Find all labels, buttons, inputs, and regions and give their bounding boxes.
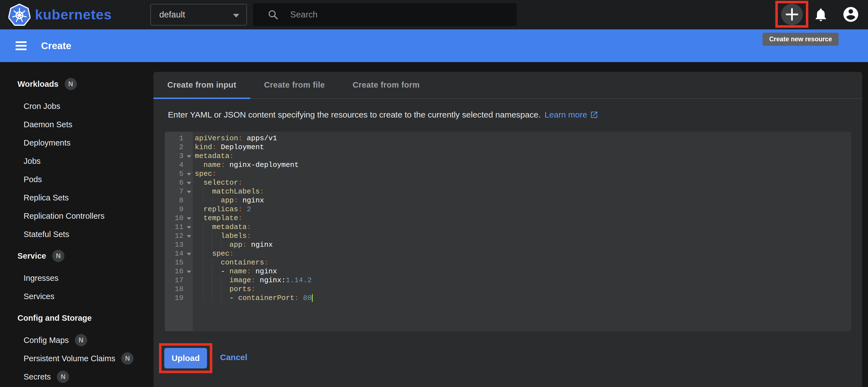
code-token: apps/v1 xyxy=(243,134,277,142)
indent-guide xyxy=(195,258,204,267)
code-text: ports: xyxy=(193,285,255,293)
code-token: : xyxy=(247,232,251,240)
code-token: metadata xyxy=(195,152,229,160)
search-box[interactable] xyxy=(253,3,517,26)
search-icon xyxy=(268,9,279,20)
sidebar-item-daemon-sets[interactable]: Daemon Sets xyxy=(0,115,153,134)
cancel-button[interactable]: Cancel xyxy=(220,353,247,362)
sidebar-item-pods[interactable]: Pods xyxy=(0,170,153,188)
indent-guide xyxy=(204,196,212,205)
create-resource-button[interactable] xyxy=(781,4,803,25)
code-token: image xyxy=(229,276,251,284)
fold-arrow-icon[interactable] xyxy=(187,253,191,255)
line-number: 1 xyxy=(179,134,193,142)
fold-arrow-icon[interactable] xyxy=(187,173,191,175)
user-menu-button[interactable] xyxy=(842,5,860,24)
upload-button[interactable]: Upload xyxy=(164,348,207,368)
fold-arrow-icon[interactable] xyxy=(187,235,191,238)
menu-button[interactable] xyxy=(16,41,27,50)
code-token: : xyxy=(234,196,238,205)
sidebar-section-service[interactable]: ServiceN xyxy=(0,247,153,265)
annotation-box-upload: Upload xyxy=(159,343,212,373)
code-line: 1apiVersion: apps/v1 xyxy=(165,134,851,143)
code-token: name xyxy=(229,267,247,276)
code-token: kind xyxy=(195,143,212,151)
line-number-cell: 17 xyxy=(165,276,193,284)
fold-arrow-icon[interactable] xyxy=(187,217,191,220)
indent-guide xyxy=(195,249,204,258)
indent-guide xyxy=(221,285,229,293)
sidebar-item-deployments[interactable]: Deployments xyxy=(0,134,153,152)
line-number: 15 xyxy=(175,258,193,267)
fold-arrow-icon[interactable] xyxy=(187,226,191,229)
code-text: labels: xyxy=(193,232,251,240)
line-number-cell: 3 xyxy=(165,152,193,160)
sidebar-item-cron-jobs[interactable]: Cron Jobs xyxy=(0,97,153,115)
brand-wordmark[interactable]: kubernetes xyxy=(35,7,112,23)
namespace-select[interactable]: default xyxy=(150,4,247,26)
fold-arrow-icon[interactable] xyxy=(187,191,191,193)
notifications-button[interactable] xyxy=(813,7,829,24)
sidebar-item-config-maps[interactable]: Config MapsN xyxy=(0,331,153,349)
fold-arrow-icon[interactable] xyxy=(187,182,191,184)
sidebar-section-config-and-storage[interactable]: Config and Storage xyxy=(0,309,153,327)
code-line: 4name: nginx-deployment xyxy=(165,161,851,169)
code-token: selector xyxy=(204,179,238,187)
sidebar-item-jobs[interactable]: Jobs xyxy=(0,152,153,170)
sidebar-item-replication-controllers[interactable]: Replication Controllers xyxy=(0,207,153,225)
sidebar-item-ingresses[interactable]: Ingresses xyxy=(0,269,153,287)
indent-guide xyxy=(204,222,212,232)
indent-guide xyxy=(204,240,212,249)
fold-arrow-icon[interactable] xyxy=(187,271,191,273)
search-input[interactable] xyxy=(290,10,512,20)
indent-guide xyxy=(204,232,212,240)
code-text: template: xyxy=(193,214,243,222)
yaml-editor[interactable]: 1apiVersion: apps/v12kind: Deployment3me… xyxy=(165,132,851,331)
sidebar-item-label: Jobs xyxy=(24,156,40,166)
sidebar-item-label: Persistent Volume Claims xyxy=(24,354,115,363)
code-line: 2kind: Deployment xyxy=(165,143,851,152)
indent-guide xyxy=(195,161,204,169)
sidebar-item-label: Stateful Sets xyxy=(24,230,69,239)
sidebar-item-replica-sets[interactable]: Replica Sets xyxy=(0,188,153,207)
tab-create-from-file[interactable]: Create from file xyxy=(250,72,339,98)
indent-guide xyxy=(212,293,221,303)
code-token: : xyxy=(238,179,243,187)
code-token: apiVersion xyxy=(195,134,238,142)
namespace-scope-badge: N xyxy=(57,371,69,383)
code-text: app: nginx xyxy=(193,240,273,249)
code-token: Deployment xyxy=(216,143,264,151)
sidebar-item-label: Ingresses xyxy=(24,274,59,283)
code-text: apiVersion: apps/v1 xyxy=(193,134,277,143)
namespace-scope-badge: N xyxy=(65,78,77,90)
line-number: 19 xyxy=(175,294,193,302)
sidebar-section-workloads[interactable]: WorkloadsN xyxy=(0,75,153,93)
avatar-icon xyxy=(842,5,860,23)
indent-guide xyxy=(221,240,229,249)
line-number-cell: 7 xyxy=(165,187,193,196)
sidebar-item-stateful-sets[interactable]: Stateful Sets xyxy=(0,225,153,243)
line-number-cell: 16 xyxy=(165,267,193,276)
fold-arrow-icon[interactable] xyxy=(187,155,191,158)
tab-create-from-input[interactable]: Create from input xyxy=(153,72,250,98)
sidebar-item-label: Pods xyxy=(24,175,42,184)
indent-guide xyxy=(195,267,204,276)
code-token: 1.14.2 xyxy=(286,276,312,284)
code-line: 7matchLabels: xyxy=(165,187,851,196)
line-number-cell: 15 xyxy=(165,258,193,267)
code-line: 16- name: nginx xyxy=(165,267,851,276)
kubernetes-logo-icon[interactable] xyxy=(8,4,31,26)
code-token: : xyxy=(264,258,269,267)
code-line: 13app: nginx xyxy=(165,240,851,249)
learn-more-link[interactable]: Learn more xyxy=(545,110,598,119)
sidebar-item-secrets[interactable]: SecretsN xyxy=(0,367,153,386)
code-token: 80 xyxy=(303,294,312,302)
indent-guide xyxy=(195,285,204,293)
sidebar-item-services[interactable]: Services xyxy=(0,287,153,306)
indent-guide xyxy=(195,178,204,187)
code-text: spec: xyxy=(193,169,216,178)
sidebar-item-persistent-volume-claims[interactable]: Persistent Volume ClaimsN xyxy=(0,349,153,367)
tab-create-from-form[interactable]: Create from form xyxy=(339,72,434,98)
code-token: containerPort xyxy=(238,294,294,302)
sidebar-section-label: Workloads xyxy=(18,79,59,89)
